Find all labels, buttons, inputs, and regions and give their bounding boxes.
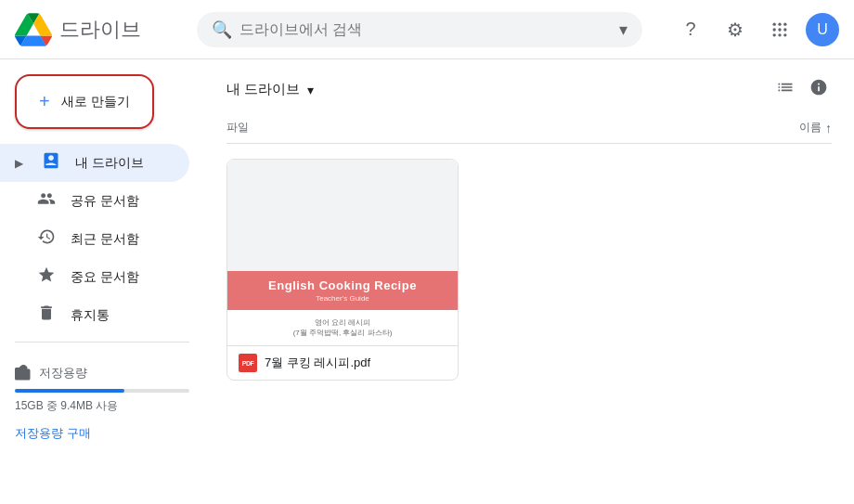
help-button[interactable]: ? <box>672 11 709 48</box>
sidebar-item-my-drive[interactable]: ▶ 내 드라이브 <box>0 144 189 182</box>
new-button[interactable]: + 새로 만들기 <box>15 74 154 129</box>
search-bar: 🔍 ▾ <box>197 12 642 47</box>
svg-point-0 <box>773 22 776 25</box>
svg-point-4 <box>778 28 781 31</box>
drive-dropdown-icon[interactable]: ▾ <box>307 83 314 97</box>
file-thumbnail: English Cooking Recipe Teacher's Guide 영… <box>227 160 458 345</box>
drive-title: 내 드라이브 ▾ <box>226 81 314 98</box>
sidebar-item-shared[interactable]: 공유 문서함 <box>0 182 189 220</box>
apps-button[interactable] <box>761 11 798 48</box>
search-icon: 🔍 <box>212 19 232 40</box>
sidebar-item-label: 최근 문서함 <box>71 231 139 248</box>
svg-point-7 <box>778 33 781 36</box>
new-button-label: 새로 만들기 <box>61 94 130 110</box>
thumb-body: 영어 요리 레시피 (7월 주먹밥떡, 후실리 파스타) <box>227 310 458 345</box>
logo-area: 드라이브 <box>15 11 182 48</box>
file-info: PDF 7월 쿠킹 레시피.pdf <box>227 345 458 380</box>
content-actions <box>772 74 832 105</box>
column-name-sort[interactable]: 이름 ↑ <box>799 120 832 136</box>
files-grid: English Cooking Recipe Teacher's Guide 영… <box>226 151 832 381</box>
storage-label: 저장용량 <box>15 365 189 381</box>
avatar[interactable]: U <box>806 13 839 46</box>
sidebar-divider <box>15 342 189 342</box>
svg-point-8 <box>783 33 786 36</box>
sidebar-item-recent[interactable]: 최근 문서함 <box>0 220 189 258</box>
header-icons: ? ⚙ U <box>672 11 839 48</box>
list-view-button[interactable] <box>772 74 798 105</box>
sidebar-item-label: 중요 문서함 <box>71 269 139 286</box>
column-name-label: 이름 <box>799 120 822 136</box>
trash-icon <box>37 304 56 327</box>
sidebar-item-label: 휴지통 <box>71 307 110 324</box>
svg-point-2 <box>783 22 786 25</box>
storage-buy-link[interactable]: 저장용량 구매 <box>15 425 189 442</box>
sidebar-item-label: 공유 문서함 <box>71 193 139 210</box>
storage-bar <box>15 389 189 393</box>
svg-point-5 <box>783 28 786 31</box>
header: 드라이브 🔍 ▾ ? ⚙ U <box>0 0 854 59</box>
storage-usage-text: 15GB 중 9.4MB 사용 <box>15 398 189 414</box>
main-layout: + 새로 만들기 ▶ 내 드라이브 공유 문서함 최근 문서함 <box>0 59 854 504</box>
files-header: 파일 이름 ↑ <box>226 112 832 144</box>
info-button[interactable] <box>806 74 832 105</box>
storage-bar-fill <box>15 389 124 393</box>
thumb-pink: English Cooking Recipe Teacher's Guide <box>227 271 458 310</box>
sidebar-item-trash[interactable]: 휴지통 <box>0 296 189 334</box>
shared-icon <box>37 189 56 213</box>
app-title: 드라이브 <box>59 16 141 44</box>
file-preview: English Cooking Recipe Teacher's Guide 영… <box>227 160 458 345</box>
drive-logo-icon <box>15 11 52 48</box>
sidebar-item-starred[interactable]: 중요 문서함 <box>0 258 189 296</box>
expand-arrow-icon: ▶ <box>15 157 23 170</box>
storage-section: 저장용량 15GB 중 9.4MB 사용 저장용량 구매 <box>0 350 204 449</box>
svg-point-3 <box>773 28 776 31</box>
sidebar: + 새로 만들기 ▶ 내 드라이브 공유 문서함 최근 문서함 <box>0 59 204 504</box>
search-dropdown-icon[interactable]: ▾ <box>619 19 628 40</box>
thumb-body-line2: (7월 주먹밥떡, 후실리 파스타) <box>293 328 393 338</box>
sidebar-item-label: 내 드라이브 <box>75 155 144 172</box>
file-name: 7월 쿠킹 레시피.pdf <box>265 355 370 371</box>
starred-icon <box>37 265 56 289</box>
plus-icon: + <box>39 91 50 112</box>
thumb-subtitle: Teacher's Guide <box>316 294 369 303</box>
svg-point-6 <box>773 33 776 36</box>
thumb-body-line1: 영어 요리 레시피 <box>315 317 370 328</box>
my-drive-icon <box>42 151 60 174</box>
column-file-label: 파일 <box>226 120 799 136</box>
content-header: 내 드라이브 ▾ <box>226 59 832 112</box>
recent-icon <box>37 227 56 251</box>
content-area: 내 드라이브 ▾ 파일 이름 ↑ <box>204 59 854 504</box>
file-card[interactable]: English Cooking Recipe Teacher's Guide 영… <box>226 159 459 381</box>
sort-arrow-icon: ↑ <box>825 121 832 136</box>
pdf-icon: PDF <box>239 354 257 372</box>
svg-point-1 <box>778 22 781 25</box>
new-button-wrapper: + 새로 만들기 <box>0 67 204 144</box>
settings-button[interactable]: ⚙ <box>717 11 754 48</box>
search-input[interactable] <box>239 21 612 38</box>
drive-title-text: 내 드라이브 <box>226 81 300 98</box>
thumb-top <box>227 160 458 271</box>
thumb-title: English Cooking Recipe <box>268 278 417 292</box>
